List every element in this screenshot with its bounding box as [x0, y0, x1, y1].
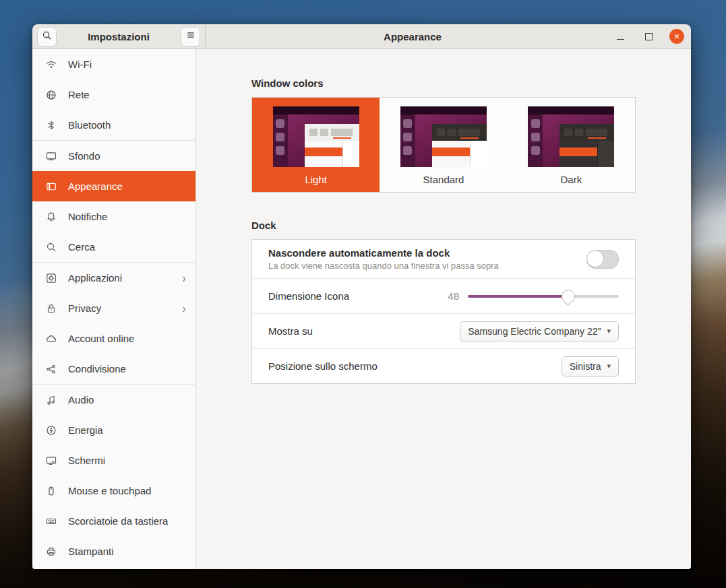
appearance-icon [46, 181, 57, 192]
sidebar-item-energia[interactable]: Energia [32, 415, 195, 445]
autohide-toggle[interactable] [586, 250, 619, 269]
sidebar-item-label: Applicazioni [68, 272, 171, 284]
sidebar-item-bluetooth[interactable]: Bluetooth [32, 110, 195, 140]
cloud-icon [46, 333, 57, 344]
sidebar-item-label: Energia [68, 424, 186, 436]
wifi-icon [46, 59, 57, 70]
sidebar-item-privacy[interactable]: Privacy › [32, 293, 195, 323]
minimize-icon [617, 39, 624, 40]
search-icon [42, 30, 52, 43]
mouse-icon [46, 486, 57, 496]
hamburger-menu-icon [186, 30, 195, 42]
chevron-right-icon: › [182, 302, 186, 315]
sidebar-item-mouse[interactable]: Mouse e touchpad [32, 476, 195, 506]
sidebar-item-audio[interactable]: Audio [32, 385, 195, 415]
sidebar-item-label: Stampanti [68, 546, 186, 557]
window-controls: × [613, 29, 684, 44]
keyboard-icon [46, 516, 57, 527]
close-button[interactable]: × [669, 29, 684, 44]
sidebar-item-appearance[interactable]: Appearance [32, 171, 195, 201]
minimize-button[interactable] [613, 29, 628, 44]
sidebar-header: Impostazioni [32, 24, 206, 48]
audio-icon [46, 395, 57, 405]
sidebar-item-label: Sfondo [68, 150, 186, 162]
autohide-subtitle: La dock viene nascosta quando una finest… [268, 261, 586, 271]
main-panel: Window colors Light [196, 49, 691, 569]
sidebar-item-label: Schermi [68, 455, 186, 466]
show-on-label: Mostra su [268, 314, 460, 348]
theme-option-label: Light [305, 174, 327, 185]
sidebar-item-label: Wi-Fi [68, 59, 186, 70]
sidebar-item-notifiche[interactable]: Notifiche [32, 201, 195, 232]
theme-preview-standard [400, 106, 487, 167]
close-icon: × [674, 32, 679, 41]
position-value: Sinistra [570, 361, 601, 372]
slider-fill [468, 295, 568, 298]
settings-window: Impostazioni Appearance × Wi-Fi [32, 24, 691, 569]
icon-size-row: Dimensione Icona 48 [252, 278, 635, 313]
theme-preview-light [273, 106, 359, 167]
sidebar-item-label: Audio [68, 394, 186, 405]
autohide-row: Nascondere automaticamente la dock La do… [252, 240, 635, 278]
sidebar-item-label: Account online [68, 333, 186, 344]
dock-panel: Nascondere automaticamente la dock La do… [251, 239, 636, 384]
sidebar-item-cerca[interactable]: Cerca [32, 232, 195, 262]
sidebar-item-schermi[interactable]: Schermi [32, 445, 195, 476]
theme-option-dark[interactable]: Dark [508, 98, 635, 192]
sidebar-item-label: Bluetooth [68, 119, 186, 131]
share-icon [46, 364, 57, 374]
lock-icon [46, 303, 57, 314]
displays-icon [46, 455, 57, 466]
sidebar-item-label: Rete [68, 89, 186, 100]
icon-size-label: Dimensione Icona [268, 279, 446, 313]
bluetooth-icon [46, 120, 57, 131]
printer-icon [46, 546, 57, 557]
toggle-knob [586, 250, 604, 267]
sidebar-item-wifi[interactable]: Wi-Fi [32, 49, 195, 79]
theme-option-light[interactable]: Light [252, 98, 380, 192]
sidebar-item-label: Privacy [68, 302, 171, 314]
sidebar-item-account-online[interactable]: Account online [32, 323, 195, 354]
dropdown-arrow-icon: ▾ [607, 327, 611, 335]
network-icon [46, 90, 57, 100]
window-colors-title: Window colors [251, 77, 636, 89]
position-label: Posizione sullo schermo [268, 349, 562, 383]
theme-option-label: Standard [423, 174, 464, 185]
sidebar-item-applicazioni[interactable]: Applicazioni › [32, 263, 195, 293]
menu-button[interactable] [181, 27, 200, 46]
position-dropdown[interactable]: Sinistra ▾ [562, 356, 619, 377]
position-row: Posizione sullo schermo Sinistra ▾ [252, 348, 635, 383]
sidebar-item-label: Notifiche [68, 211, 186, 222]
search-icon [46, 242, 57, 253]
icon-size-slider[interactable] [468, 295, 619, 298]
sidebar-item-stampanti[interactable]: Stampanti [32, 536, 195, 566]
autohide-label: Nascondere automaticamente la dock [268, 247, 586, 259]
show-on-value: Samsung Electric Company 22" [468, 326, 601, 337]
sidebar-item-label: Cerca [68, 241, 186, 253]
dock-title: Dock [251, 220, 636, 231]
maximize-icon [645, 33, 653, 40]
page-title: Appearance [212, 31, 613, 42]
sidebar-item-scorciatoie[interactable]: Scorciatoie da tastiera [32, 506, 195, 536]
background-icon [46, 151, 57, 162]
theme-option-standard[interactable]: Standard [380, 98, 507, 192]
sidebar-item-label: Mouse e touchpad [68, 485, 186, 496]
power-icon [46, 425, 57, 436]
sidebar-item-sfondo[interactable]: Sfondo [32, 141, 195, 171]
sidebar-item-rete[interactable]: Rete [32, 79, 195, 110]
slider-handle[interactable] [562, 290, 575, 303]
bell-icon [46, 211, 57, 222]
sidebar-item-label: Condivisione [68, 363, 186, 374]
show-on-row: Mostra su Samsung Electric Company 22" ▾ [252, 313, 635, 348]
theme-option-label: Dark [560, 174, 582, 185]
sidebar-item-label: Appearance [68, 181, 186, 192]
maximize-button[interactable] [641, 29, 656, 44]
main-header: Appearance × [206, 24, 691, 48]
sidebar-item-condivisione[interactable]: Condivisione [32, 354, 195, 384]
search-button[interactable] [37, 27, 57, 46]
show-on-dropdown[interactable]: Samsung Electric Company 22" ▾ [460, 321, 619, 341]
window-colors-group: Light Standard [251, 97, 636, 193]
theme-preview-dark [528, 106, 614, 167]
sidebar-title: Impostazioni [57, 31, 181, 42]
chevron-right-icon: › [182, 272, 186, 284]
